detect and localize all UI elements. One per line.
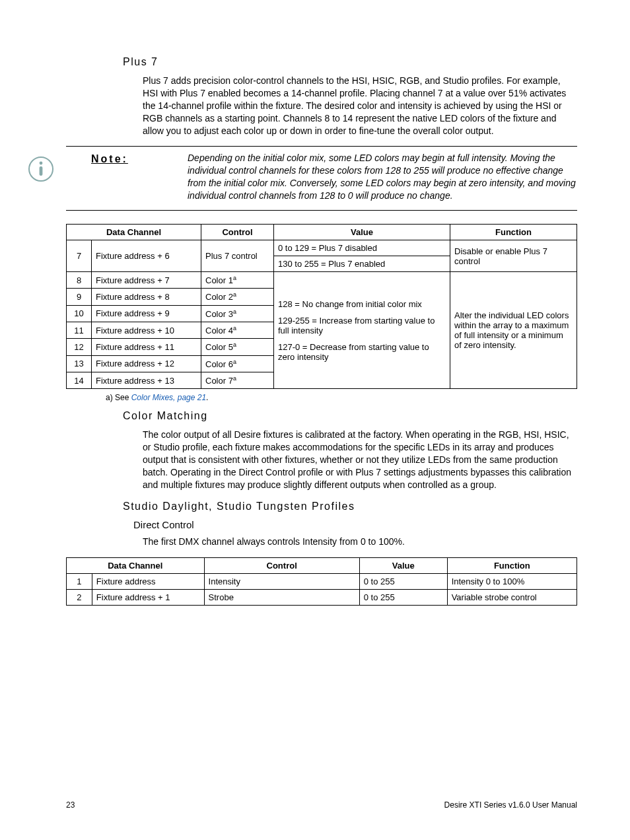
table-row: 8 Fixture address + 7 Color 1a 128 = No … xyxy=(67,272,577,289)
page-number: 23 xyxy=(66,800,75,810)
table-footnote: a) See Color Mixes, page 21. xyxy=(106,393,577,402)
cell-idx: 12 xyxy=(67,339,92,355)
cell-val: 0 to 255 xyxy=(359,589,447,605)
cell-val: 130 to 255 = Plus 7 enabled xyxy=(274,256,450,272)
note-block: Note: Depending on the initial color mix… xyxy=(66,146,577,211)
link-color-mixes[interactable]: Color Mixes, page 21 xyxy=(131,393,206,402)
cell-chan: Fixture address + 8 xyxy=(92,289,201,305)
cell-idx: 1 xyxy=(67,573,92,589)
paragraph-direct-control: The first DMX channel always controls In… xyxy=(143,536,577,548)
cell-chan: Fixture address + 13 xyxy=(92,372,201,388)
cell-chan: Fixture address xyxy=(92,573,204,589)
cell-idx: 7 xyxy=(67,240,92,272)
cell-chan: Fixture address + 6 xyxy=(92,240,201,272)
th-function: Function xyxy=(450,225,577,240)
cell-idx: 10 xyxy=(67,305,92,322)
table-row: 1 Fixture address Intensity 0 to 255 Int… xyxy=(67,573,577,589)
doc-title: Desire XTI Series v1.6.0 User Manual xyxy=(444,800,577,810)
cell-ctrl: Color 5a xyxy=(201,339,274,355)
cell-ctrl: Color 6a xyxy=(201,355,274,372)
cell-fn: Intensity 0 to 100% xyxy=(447,573,577,589)
cell-ctrl: Color 7a xyxy=(201,372,274,388)
cell-idx: 14 xyxy=(67,372,92,388)
cell-ctrl: Color 1a xyxy=(201,272,274,289)
cell-ctrl: Color 4a xyxy=(201,322,274,339)
th-value: Value xyxy=(274,225,450,240)
cell-ctrl: Intensity xyxy=(204,573,359,589)
table-row: 7 Fixture address + 6 Plus 7 control 0 t… xyxy=(67,240,577,256)
cell-chan: Fixture address + 1 xyxy=(92,589,204,605)
th-value: Value xyxy=(359,557,447,573)
th-data-channel: Data Channel xyxy=(67,225,201,240)
table-row: 2 Fixture address + 1 Strobe 0 to 255 Va… xyxy=(67,589,577,605)
svg-rect-2 xyxy=(40,166,43,176)
svg-point-1 xyxy=(40,162,43,165)
th-control: Control xyxy=(204,557,359,573)
cell-ctrl: Color 3a xyxy=(201,305,274,322)
cell-ctrl: Plus 7 control xyxy=(201,240,274,272)
table-plus7: Data Channel Control Value Function 7 Fi… xyxy=(66,224,577,389)
note-label: Note: xyxy=(91,153,128,165)
info-icon xyxy=(28,156,54,182)
cell-chan: Fixture address + 12 xyxy=(92,355,201,372)
cell-chan: Fixture address + 9 xyxy=(92,305,201,322)
cell-fn: Disable or enable Plus 7 control xyxy=(450,240,577,272)
cell-idx: 11 xyxy=(67,322,92,339)
cell-idx: 9 xyxy=(67,289,92,305)
heading-color-matching: Color Matching xyxy=(123,410,577,422)
th-data-channel: Data Channel xyxy=(67,557,205,573)
cell-ctrl: Color 2a xyxy=(201,289,274,305)
paragraph-plus7: Plus 7 adds precision color-control chan… xyxy=(143,75,577,137)
note-text: Depending on the initial color mix, some… xyxy=(188,152,577,202)
th-control: Control xyxy=(201,225,274,240)
cell-idx: 8 xyxy=(67,272,92,289)
cell-fn: Variable strobe control xyxy=(447,589,577,605)
cell-val-shared: 128 = No change from initial color mix 1… xyxy=(274,272,450,389)
heading-studio-profiles: Studio Daylight, Studio Tungsten Profile… xyxy=(123,501,577,512)
cell-chan: Fixture address + 7 xyxy=(92,272,201,289)
heading-direct-control: Direct Control xyxy=(133,519,577,530)
cell-val: 0 to 129 = Plus 7 disabled xyxy=(274,240,450,256)
cell-val: 0 to 255 xyxy=(359,573,447,589)
heading-plus7: Plus 7 xyxy=(123,56,577,68)
cell-fn-shared: Alter the individual LED colors within t… xyxy=(450,272,577,389)
paragraph-color-matching: The color output of all Desire fixtures … xyxy=(143,429,577,491)
cell-chan: Fixture address + 11 xyxy=(92,339,201,355)
cell-ctrl: Strobe xyxy=(204,589,359,605)
cell-chan: Fixture address + 10 xyxy=(92,322,201,339)
th-function: Function xyxy=(447,557,577,573)
cell-idx: 2 xyxy=(67,589,92,605)
table-direct-control: Data Channel Control Value Function 1 Fi… xyxy=(66,557,577,606)
cell-idx: 13 xyxy=(67,355,92,372)
